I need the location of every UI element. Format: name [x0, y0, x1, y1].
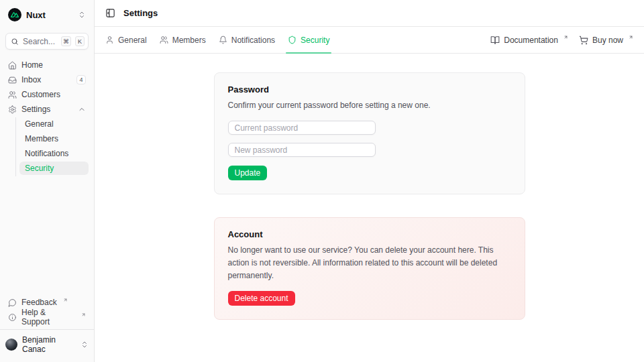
external-link-icon	[81, 312, 86, 317]
external-link-icon	[564, 35, 568, 40]
main-area: Settings General Members Notifications	[95, 0, 644, 362]
current-password-field[interactable]	[228, 121, 376, 135]
sidebar: Nuxt Search... ⌘ K Home Inbox 4 Customer…	[0, 0, 95, 362]
home-icon	[8, 61, 17, 70]
tab-security[interactable]: Security	[288, 27, 329, 53]
sidebar-item-label: Customers	[21, 90, 60, 99]
sidebar-item-notifications[interactable]: Notifications	[19, 147, 89, 160]
tab-label: Notifications	[231, 36, 275, 45]
bell-icon	[219, 36, 227, 44]
sidebar-item-settings[interactable]: Settings	[5, 103, 89, 116]
search-placeholder: Search...	[23, 37, 57, 46]
delete-account-button[interactable]: Delete account	[228, 291, 295, 306]
user-name: Benjamin Canac	[22, 335, 76, 354]
gear-icon	[8, 105, 17, 114]
tabs: General Members Notifications Security	[105, 27, 329, 53]
page-title: Settings	[123, 8, 158, 18]
app-window: Nuxt Search... ⌘ K Home Inbox 4 Customer…	[0, 0, 644, 362]
buy-now-link[interactable]: Buy now	[579, 36, 633, 45]
kbd-cmd: ⌘	[61, 36, 71, 46]
cart-icon	[579, 36, 588, 45]
tab-general[interactable]: General	[105, 27, 147, 53]
chevron-up-icon	[78, 105, 86, 113]
update-button[interactable]: Update	[228, 166, 268, 180]
password-card: Password Confirm your current password b…	[214, 72, 525, 194]
nuxt-logo-icon	[8, 8, 21, 21]
settings-security-panel: Password Confirm your current password b…	[95, 54, 644, 362]
page-header: Settings	[95, 0, 644, 27]
tab-label: General	[118, 36, 147, 45]
tab-members[interactable]: Members	[160, 27, 206, 53]
footer-link-label: Feedback	[21, 298, 57, 307]
search-input[interactable]: Search... ⌘ K	[5, 33, 89, 50]
header-link-label: Buy now	[592, 36, 623, 45]
tab-bar: General Members Notifications Security	[95, 27, 644, 54]
sidebar-item-label: Settings	[21, 105, 50, 114]
sidebar-item-home[interactable]: Home	[5, 58, 89, 72]
info-circle-icon	[8, 313, 17, 322]
sidebar-item-label: Notifications	[25, 149, 68, 158]
workspace-switcher[interactable]: Nuxt	[5, 5, 89, 24]
sidebar-toggle-button[interactable]	[105, 8, 115, 18]
tab-label: Security	[301, 36, 329, 45]
footer-link-label: Help & Support	[21, 308, 75, 326]
chevrons-up-down-icon	[80, 341, 89, 349]
user-icon	[105, 36, 114, 44]
sidebar-item-label: General	[25, 119, 54, 129]
settings-subnav: General Members Notifications Security	[15, 117, 89, 176]
book-icon	[490, 36, 500, 45]
password-card-description: Confirm your current password before set…	[228, 99, 511, 112]
sidebar-item-security[interactable]: Security	[19, 162, 89, 175]
header-link-label: Documentation	[504, 36, 558, 45]
chat-bubble-icon	[8, 298, 17, 307]
sidebar-item-label: Members	[25, 134, 58, 143]
sidebar-item-label: Security	[25, 164, 54, 173]
workspace-name: Nuxt	[26, 10, 73, 20]
panel-left-close-icon	[105, 8, 115, 18]
user-menu[interactable]: Benjamin Canac	[0, 329, 94, 357]
external-link-icon	[629, 35, 633, 40]
account-card-title: Account	[228, 229, 511, 239]
header-links: Documentation Buy now	[490, 36, 633, 45]
sidebar-item-label: Home	[21, 60, 43, 70]
shield-icon	[288, 36, 297, 44]
search-icon	[11, 38, 19, 46]
sidebar-item-customers[interactable]: Customers	[5, 88, 89, 101]
sidebar-nav: Home Inbox 4 Customers Settings General	[5, 58, 89, 176]
inbox-count-badge: 4	[76, 75, 86, 84]
tab-label: Members	[172, 36, 206, 45]
help-support-link[interactable]: Help & Support	[5, 310, 89, 324]
sidebar-item-members[interactable]: Members	[19, 132, 89, 145]
sidebar-item-label: Inbox	[21, 75, 41, 84]
kbd-k: K	[75, 36, 85, 46]
sidebar-item-general[interactable]: General	[19, 117, 89, 131]
avatar	[5, 339, 17, 351]
users-icon	[8, 90, 17, 99]
sidebar-footer: Feedback Help & Support	[5, 296, 89, 329]
tab-notifications[interactable]: Notifications	[219, 27, 275, 53]
account-card-description: No longer want to use our service? You c…	[228, 244, 511, 282]
sidebar-item-inbox[interactable]: Inbox 4	[5, 73, 89, 86]
feedback-link[interactable]: Feedback	[5, 296, 89, 309]
account-card: Account No longer want to use our servic…	[214, 217, 525, 320]
chevrons-up-down-icon	[78, 11, 86, 19]
new-password-field[interactable]	[228, 143, 376, 157]
documentation-link[interactable]: Documentation	[490, 36, 568, 45]
external-link-icon	[63, 298, 68, 302]
users-icon	[160, 36, 168, 44]
password-card-title: Password	[228, 84, 511, 95]
inbox-icon	[8, 76, 17, 84]
